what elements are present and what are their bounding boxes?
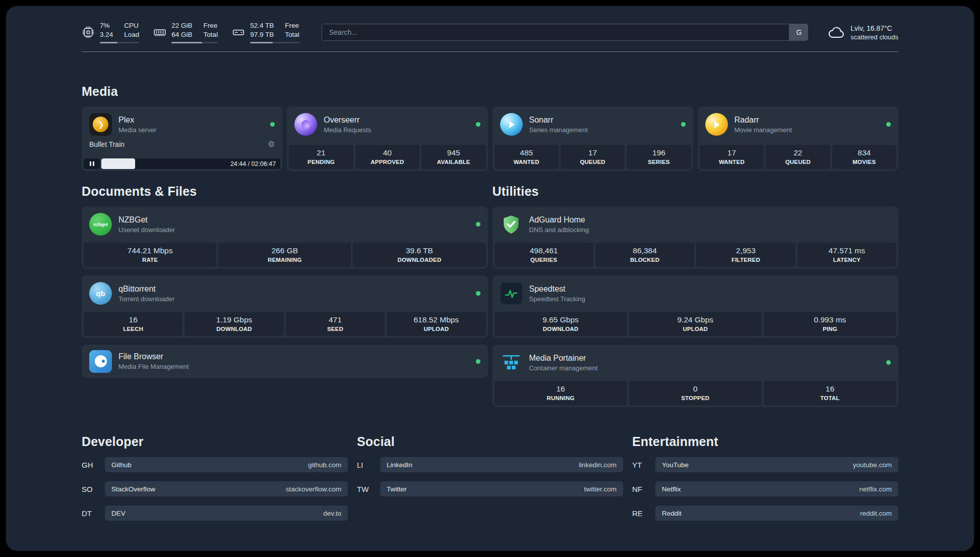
cpu-usage-bar (100, 42, 139, 43)
social-column: Social LI LinkedIn linkedin.com TW Twitt… (357, 434, 623, 521)
service-card-portainer[interactable]: Media Portainer Container management 16 … (493, 345, 899, 407)
playback-progress-bar: 24:44 / 02:06:47 (101, 158, 280, 169)
search-bar: G (322, 24, 809, 41)
memory-total-label: Total (204, 30, 218, 39)
stat-rate: 744.21 Mbps RATE (84, 243, 216, 267)
memory-free-label: Free (204, 21, 218, 30)
memory-usage-bar-fill (171, 42, 202, 43)
overseerr-icon (294, 113, 317, 136)
pause-button[interactable] (84, 158, 100, 169)
weather-condition: scattered clouds (850, 33, 898, 41)
stat-running: 16 RUNNING (495, 381, 627, 405)
bookmark-twitter: TW Twitter twitter.com (357, 481, 623, 496)
disk-widget: 52.4 TB 97.9 TB Free Total (232, 21, 299, 43)
status-dot (681, 122, 686, 127)
status-dot (476, 291, 480, 296)
bookmark-link-netflix[interactable]: Netflix netflix.com (655, 481, 898, 496)
bookmark-link-linkedin[interactable]: LinkedIn linkedin.com (380, 457, 623, 472)
stat-available: 945 AVAILABLE (421, 145, 485, 169)
service-description: Series management (529, 126, 588, 134)
bookmark-youtube: YT YouTube youtube.com (632, 457, 898, 472)
stat-remaining: 266 GB REMAINING (218, 243, 351, 267)
bookmark-github: GH Github github.com (82, 457, 348, 472)
service-card-overseerr[interactable]: Overseerr Media Requests 21 PENDING 40 A… (287, 106, 487, 171)
radarr-icon (705, 113, 728, 136)
gear-icon[interactable]: ⚙ (268, 140, 275, 148)
bookmark-link-youtube[interactable]: YouTube youtube.com (655, 457, 898, 472)
bookmark-reddit: RE Reddit reddit.com (632, 506, 898, 521)
stat-wanted: 485 WANTED (495, 145, 559, 169)
developer-column: Developer GH Github github.com SO StackO… (82, 434, 348, 521)
bookmark-abbr: NF (632, 485, 649, 493)
status-dot (476, 222, 480, 227)
cpu-load-value: 3.24 (100, 30, 113, 39)
stat-total: 16 TOTAL (764, 381, 896, 405)
filebrowser-icon (89, 350, 112, 373)
search-input[interactable] (322, 24, 809, 41)
service-description: Media Requests (324, 126, 371, 134)
service-description: Media File Management (118, 363, 189, 370)
bookmark-abbr: SO (82, 485, 99, 493)
stat-blocked: 86,384 BLOCKED (595, 243, 694, 267)
cpu-usage-bar-fill (100, 42, 117, 43)
qbittorrent-icon: qb (89, 282, 112, 305)
bookmark-netflix: NF Netflix netflix.com (632, 481, 898, 496)
service-card-speedtest[interactable]: Speedtest Speedtest Tracking 9.65 Gbps D… (493, 275, 899, 338)
service-name: NZBGet (118, 215, 175, 225)
service-card-sonarr[interactable]: Sonarr Series management 485 WANTED 17 Q… (493, 106, 693, 171)
service-description: Usenet downloader (118, 226, 175, 234)
dashboard-page: 7% 3.24 CPU Load (6, 6, 974, 551)
playback-time: 24:44 / 02:06:47 (230, 160, 276, 168)
stat-latency: 47.571 ms LATENCY (798, 243, 896, 267)
stat-seed: 471 SEED (286, 312, 385, 336)
stat-download: 1.19 Gbps DOWNLOAD (185, 312, 283, 336)
status-dot (886, 122, 891, 127)
weather-location: Lviv, 16.87°C (850, 24, 898, 32)
bookmark-link-dev[interactable]: DEV dev.to (105, 506, 348, 521)
disk-free-label: Free (285, 21, 299, 30)
bookmark-link-github[interactable]: Github github.com (105, 457, 348, 472)
service-card-qbittorrent[interactable]: qb qBittorrent Torrent downloader 16 LEE… (82, 275, 488, 338)
cpu-usage-value: 7% (100, 21, 113, 30)
stat-queries: 498,461 QUERIES (495, 243, 593, 267)
cpu-chip-icon (82, 26, 95, 39)
status-dot (886, 360, 891, 365)
service-card-radarr[interactable]: Radarr Movie management 17 WANTED 22 QUE… (698, 106, 898, 171)
stat-upload: 618.52 Mbps UPLOAD (387, 312, 485, 336)
cpu-widget: 7% 3.24 CPU Load (82, 21, 139, 43)
now-playing-title: Bullet Train (89, 140, 125, 148)
bookmark-link-twitter[interactable]: Twitter twitter.com (380, 481, 623, 496)
stat-series: 196 SERIES (627, 145, 691, 169)
service-description: Torrent downloader (118, 295, 174, 303)
service-card-plex[interactable]: ❯ Plex Media server Bullet Train ⚙ (82, 106, 282, 171)
stat-upload: 9.24 Gbps UPLOAD (629, 312, 762, 336)
stat-queued: 22 QUEUED (766, 145, 830, 169)
bookmark-abbr: DT (82, 509, 99, 518)
resource-widgets: 7% 3.24 CPU Load (82, 21, 299, 43)
stat-wanted: 17 WANTED (700, 145, 764, 169)
service-card-adguard[interactable]: AdGuard Home DNS and adblocking 498,461 … (493, 206, 899, 269)
bookmark-link-reddit[interactable]: Reddit reddit.com (655, 506, 898, 521)
search-provider-button[interactable]: G (789, 24, 808, 41)
memory-usage-bar (171, 42, 218, 43)
nzbget-icon: nzbget (89, 213, 112, 236)
stat-downloaded: 39.6 TB DOWNLOADED (353, 243, 485, 267)
playback-progress-fill (101, 158, 135, 169)
status-dot (476, 359, 480, 364)
topbar-divider (82, 51, 898, 52)
memory-widget: 22 GiB 64 GiB Free Total (153, 21, 218, 43)
service-card-nzbget[interactable]: nzbget NZBGet Usenet downloader 744.21 M… (82, 206, 488, 269)
stat-ping: 0.993 ms PING (764, 312, 896, 336)
service-card-filebrowser[interactable]: File Browser Media File Management (82, 345, 488, 378)
media-grid: ❯ Plex Media server Bullet Train ⚙ (82, 106, 898, 171)
section-title-entertainment: Entertainment (632, 434, 898, 449)
bookmark-link-stackoverflow[interactable]: StackOverflow stackoverflow.com (105, 481, 348, 496)
section-title-developer: Developer (82, 434, 348, 449)
section-title-documents: Documents & Files (82, 184, 488, 199)
media-player: 24:44 / 02:06:47 (82, 156, 282, 171)
bookmark-linkedin: LI LinkedIn linkedin.com (357, 457, 623, 472)
bookmark-abbr: LI (357, 461, 374, 469)
weather-widget: Lviv, 16.87°C scattered clouds (827, 23, 898, 41)
service-description: DNS and adblocking (529, 226, 589, 234)
service-name: Plex (118, 116, 156, 125)
